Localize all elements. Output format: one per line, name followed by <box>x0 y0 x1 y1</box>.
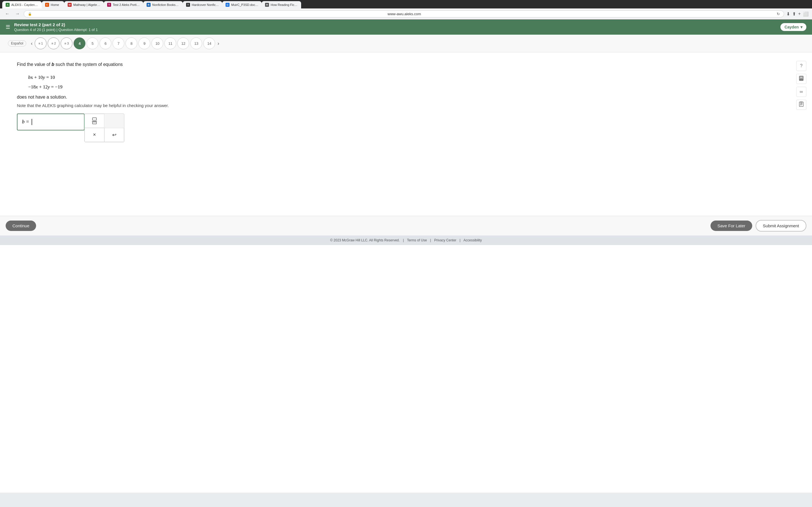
question-nav-btn-1[interactable]: ≡ 1 <box>35 38 47 49</box>
equation-block: bx + 10y = 10 −18x + 12y = −19 <box>28 73 795 92</box>
browser-tab-mathway[interactable]: MMathway | Algebra... <box>64 1 104 8</box>
header-info: Review test 2 (part 2 of 2) Question 4 o… <box>14 22 98 32</box>
browser-tab-nonfiction[interactable]: BNonfiction Books T... <box>143 1 183 8</box>
question-nav-btn-2[interactable]: ≡ 2 <box>48 38 59 49</box>
question-nav-btn-10[interactable]: 10 <box>151 38 163 49</box>
question-intro: Find the value of b such that the system… <box>17 61 795 68</box>
user-menu-button[interactable]: Cayden ▾ <box>780 23 806 31</box>
equation-2: −18x + 12y = −19 <box>28 82 795 92</box>
svg-rect-12 <box>801 102 802 103</box>
tab-favicon-test2: T <box>107 3 111 7</box>
header-left: ☰ Review test 2 (part 2 of 2) Question 4… <box>6 22 98 32</box>
hamburger-menu[interactable]: ☰ <box>6 24 10 30</box>
question-nav-btn-6[interactable]: 6 <box>100 38 111 49</box>
question-nav-btn-4[interactable]: 4 <box>73 38 86 49</box>
question-nav-btn-7[interactable]: 7 <box>112 38 124 49</box>
tab-favicon-howreading: H <box>265 3 269 7</box>
accessibility-link[interactable]: Accessibility <box>463 238 482 242</box>
svg-point-2 <box>800 78 801 79</box>
footer-left: Continue <box>6 221 36 231</box>
question-nav-btn-3[interactable]: ≡ 3 <box>61 38 72 49</box>
tab-favicon-mathway: M <box>68 3 71 7</box>
address-bar[interactable]: 🔒 www-awu.aleks.com ↻ <box>24 10 784 17</box>
b-equals-label: b = <box>22 119 29 125</box>
review-title: Review test 2 (part 2 of 2) <box>14 22 98 27</box>
reload-icon[interactable]: ↻ <box>777 12 780 16</box>
answer-cursor <box>32 119 32 125</box>
svg-rect-1 <box>800 76 803 78</box>
chevron-down-icon: ▾ <box>801 25 802 29</box>
undo-button[interactable]: ↩ <box>104 128 124 142</box>
svg-point-3 <box>801 78 802 79</box>
infinity-button[interactable]: ∞ <box>796 87 806 97</box>
variable-b: b <box>52 62 54 67</box>
browser-tab-howreading[interactable]: HHow Reading Fictio... <box>262 1 301 8</box>
calculator-button[interactable] <box>796 74 806 84</box>
help-icon: ? <box>800 63 803 68</box>
clear-button[interactable]: × <box>85 128 104 142</box>
notepad-icon <box>799 101 804 108</box>
browser-tab-muirc[interactable]: GMuirC_P3SD.docx -... <box>222 1 262 8</box>
submit-assignment-button[interactable]: Submit Assignment <box>756 220 806 231</box>
browser-actions: ⬇ ⬆ + ⬜ <box>786 11 809 17</box>
svg-point-7 <box>802 79 803 80</box>
question-nav-btn-8[interactable]: 8 <box>125 38 137 49</box>
answer-input-box[interactable]: b = <box>17 114 85 130</box>
tab-label-aleks: ALEKS - Cayden Mu... <box>11 3 38 6</box>
question-nav-btn-13[interactable]: 13 <box>190 38 202 49</box>
math-keypad: × ↩ <box>84 114 124 142</box>
tab-label-howreading: How Reading Fictio... <box>271 3 298 6</box>
undo-icon: ↩ <box>112 132 116 138</box>
question-nav-btn-14[interactable]: 14 <box>203 38 215 49</box>
lock-icon: 🔒 <box>28 12 32 16</box>
browser-tabs: AALEKS - Cayden Mu...CHomeMMathway | Alg… <box>0 0 812 8</box>
browser-tab-home[interactable]: CHome <box>42 1 64 8</box>
privacy-link[interactable]: Privacy Center <box>434 238 456 242</box>
browser-nav-bar: ← → 🔒 www-awu.aleks.com ↻ ⬇ ⬆ + ⬜ <box>0 8 812 19</box>
calculator-icon <box>799 75 804 82</box>
back-button[interactable]: ← <box>3 10 11 17</box>
svg-rect-13 <box>93 118 96 120</box>
tab-label-mathway: Mathway | Algebra... <box>73 3 100 6</box>
app-header: ☰ Review test 2 (part 2 of 2) Question 4… <box>0 19 812 35</box>
new-tab-icon[interactable]: + <box>798 11 801 17</box>
forward-button[interactable]: → <box>13 10 21 17</box>
times-icon: × <box>93 132 96 138</box>
question-nav-btn-5[interactable]: 5 <box>87 38 98 49</box>
continue-button[interactable]: Continue <box>6 221 36 231</box>
tab-label-nonfiction: Nonfiction Books T... <box>152 3 179 6</box>
download-icon[interactable]: ⬇ <box>786 11 790 17</box>
save-for-later-button[interactable]: Save For Later <box>711 221 752 231</box>
question-nav-btn-11[interactable]: 11 <box>164 38 176 49</box>
tab-favicon-aleks: A <box>6 3 10 7</box>
nav-prev-arrow[interactable]: ‹ <box>30 40 34 48</box>
tab-label-muirc: MuirC_P3SD.docx -... <box>231 3 258 6</box>
no-solution-text: does not have a solution. <box>17 95 795 100</box>
url-text: www-awu.aleks.com <box>34 12 775 16</box>
question-info: Question 4 of 20 (1 point) | Question At… <box>14 27 98 32</box>
answer-area: b = × <box>17 114 795 142</box>
help-button[interactable]: ? <box>796 61 806 71</box>
notepad-button[interactable] <box>796 100 806 110</box>
equation-1: bx + 10y = 10 <box>28 73 795 82</box>
tab-favicon-hardcover: T <box>186 3 190 7</box>
browser-tab-test2[interactable]: TTest 2 Aleks Portion... <box>104 1 143 8</box>
terms-link[interactable]: Terms of Use <box>407 238 427 242</box>
share-icon[interactable]: ⬆ <box>792 11 796 17</box>
tab-favicon-nonfiction: B <box>147 3 151 7</box>
espanol-label[interactable]: Español <box>8 40 26 47</box>
tab-label-hardcover: Hardcover Nonficti... <box>192 3 219 6</box>
question-nav-btn-12[interactable]: 12 <box>177 38 189 49</box>
main-content: ? ∞ <box>0 52 812 216</box>
browser-tab-aleks[interactable]: AALEKS - Cayden Mu... <box>2 1 42 8</box>
browser-tab-hardcover[interactable]: THardcover Nonficti... <box>183 1 222 8</box>
keypad-row-2: × ↩ <box>85 128 124 142</box>
tab-label-test2: Test 2 Aleks Portion... <box>113 3 140 6</box>
nav-next-arrow[interactable]: › <box>216 40 220 48</box>
infinity-icon: ∞ <box>800 89 803 94</box>
window-icon[interactable]: ⬜ <box>803 11 809 17</box>
question-nav-btn-9[interactable]: 9 <box>139 38 150 49</box>
side-tools: ? ∞ <box>796 61 806 110</box>
footer-right: Save For Later Submit Assignment <box>711 220 806 231</box>
fraction-button[interactable] <box>85 114 104 128</box>
